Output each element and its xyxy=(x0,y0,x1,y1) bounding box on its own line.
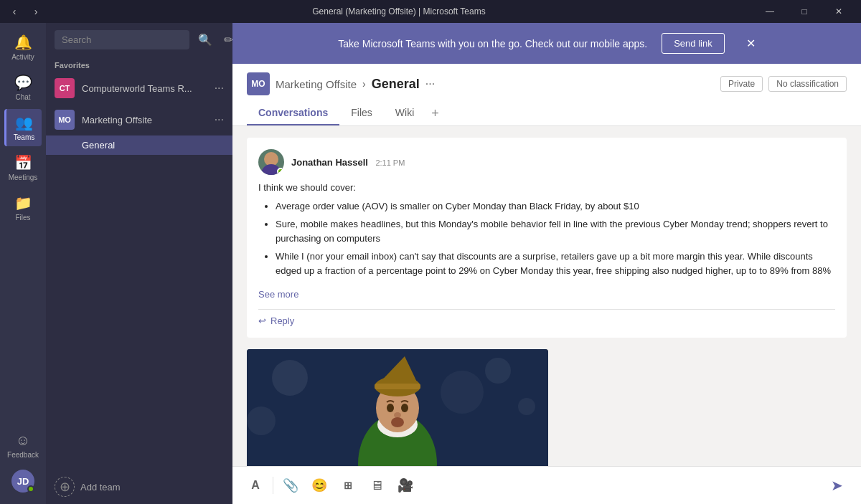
channel-team-name: Marketing Offsite xyxy=(276,78,357,90)
message-bullets: Average order value (AOV) is smaller on … xyxy=(258,199,835,278)
tab-wiki[interactable]: Wiki xyxy=(384,101,425,125)
nav-item-chat[interactable]: 💬 Chat xyxy=(4,69,42,106)
feedback-icon: ☺ xyxy=(16,432,30,449)
team-name-mo: Marketing Offsite xyxy=(82,115,207,125)
svg-point-7 xyxy=(247,406,276,435)
svg-rect-14 xyxy=(375,384,420,389)
message-time: 2:11 PM xyxy=(375,158,405,167)
back-button[interactable]: ‹ xyxy=(6,3,23,20)
message-body: I think we should cover: Average order v… xyxy=(258,181,835,277)
channel-team-avatar: MO xyxy=(247,72,270,95)
message-meta: Jonathan Hassell 2:11 PM xyxy=(291,156,405,168)
svg-point-5 xyxy=(485,358,511,384)
nav-item-meetings[interactable]: 📅 Meetings xyxy=(4,149,42,186)
tab-files[interactable]: Files xyxy=(339,101,384,125)
format-button[interactable]: A xyxy=(244,474,267,497)
meme-card: YOU SIT ON A THRONE OF LIES. xyxy=(247,349,847,466)
sticker-button[interactable]: 🖥 xyxy=(365,474,388,497)
reply-button[interactable]: ↩ Reply xyxy=(258,309,835,326)
user-avatar[interactable]: JD xyxy=(11,470,34,493)
banner-text: Take Microsoft Teams with you on the go.… xyxy=(338,38,647,49)
svg-point-15 xyxy=(387,404,394,412)
giphy-button[interactable]: ⊞ xyxy=(337,474,359,497)
channel-tabs: Conversations Files Wiki + xyxy=(247,101,847,125)
message-avatar xyxy=(258,149,284,175)
nav-item-activity[interactable]: 🔔 Activity xyxy=(4,29,42,66)
attach-button[interactable]: 📎 xyxy=(279,474,302,497)
messages-area: Jonathan Hassell 2:11 PM I think we shou… xyxy=(232,126,861,466)
channel-item-general[interactable]: General xyxy=(46,135,232,155)
avatar-initials: JD xyxy=(17,476,29,487)
message-intro: I think we should cover: xyxy=(258,181,835,195)
window-controls: — □ ✕ xyxy=(753,0,855,23)
channel-more-button[interactable]: ··· xyxy=(425,77,435,90)
channel-header-top: MO Marketing Offsite › General ··· Priva… xyxy=(247,72,847,95)
search-input[interactable] xyxy=(55,30,189,49)
team-avatar-ct: CT xyxy=(55,78,75,98)
meetings-icon: 📅 xyxy=(14,154,32,171)
svg-point-16 xyxy=(401,404,408,412)
team-more-mo[interactable]: ··· xyxy=(215,113,224,126)
app-body: 🔔 Activity 💬 Chat 👥 Teams 📅 Meetings 📁 F… xyxy=(0,23,861,504)
feedback-label: Feedback xyxy=(7,451,39,459)
bullet-2: Sure, mobile makes headlines, but this M… xyxy=(276,217,835,245)
compose-divider xyxy=(273,477,273,494)
chat-label: Chat xyxy=(15,93,30,101)
add-team-label: Add team xyxy=(80,482,121,493)
search-container: 🔍 ✏ xyxy=(46,23,232,57)
send-link-button[interactable]: Send link xyxy=(662,33,724,54)
window-title: General (Marketing Offsite) | Microsoft … xyxy=(44,6,753,16)
team-item-mo[interactable]: MO Marketing Offsite ··· xyxy=(46,104,232,135)
team-item-ct[interactable]: CT Computerworld Teams R... ··· xyxy=(46,72,232,104)
nav-item-files[interactable]: 📁 Files xyxy=(4,189,42,227)
breadcrumb: MO Marketing Offsite › General ··· xyxy=(247,72,435,95)
see-more-link[interactable]: See more xyxy=(258,289,298,300)
nav-item-teams[interactable]: 👥 Teams xyxy=(4,109,42,146)
send-icon: ➤ xyxy=(831,477,843,494)
forward-button[interactable]: › xyxy=(27,3,44,20)
close-button[interactable]: ✕ xyxy=(822,0,855,23)
message-card: Jonathan Hassell 2:11 PM I think we shou… xyxy=(247,138,847,338)
compose-tools: A 📎 😊 ⊞ 🖥 🎥 xyxy=(244,474,417,497)
svg-point-4 xyxy=(272,360,308,396)
meetings-label: Meetings xyxy=(9,173,38,181)
search-icon-btn[interactable]: 🔍 xyxy=(195,30,215,49)
svg-point-18 xyxy=(391,417,404,427)
reply-label: Reply xyxy=(270,315,294,326)
activity-icon: 🔔 xyxy=(14,34,32,51)
channel-name: General xyxy=(372,77,420,92)
video-button[interactable]: 🎥 xyxy=(394,474,417,497)
title-bar: ‹ › General (Marketing Offsite) | Micros… xyxy=(0,0,861,23)
message-header: Jonathan Hassell 2:11 PM xyxy=(258,149,835,175)
badge-private[interactable]: Private xyxy=(720,76,763,92)
team-more-ct[interactable]: ··· xyxy=(215,82,224,95)
meme-bg-svg xyxy=(247,349,548,466)
chat-icon: 💬 xyxy=(14,74,32,91)
sidebar-spacer xyxy=(46,155,232,470)
compose-bar: A 📎 😊 ⊞ 🖥 🎥 ➤ xyxy=(232,466,861,504)
emoji-button[interactable]: 😊 xyxy=(308,474,331,497)
main-content: Take Microsoft Teams with you on the go.… xyxy=(232,23,861,504)
teams-label: Teams xyxy=(14,133,34,141)
left-nav: 🔔 Activity 💬 Chat 👥 Teams 📅 Meetings 📁 F… xyxy=(0,23,46,504)
activity-label: Activity xyxy=(11,53,34,61)
channel-badges: Private No classification xyxy=(720,76,847,92)
sidebar: 🔍 ✏ Favorites CT Computerworld Teams R..… xyxy=(46,23,232,504)
breadcrumb-arrow: › xyxy=(362,78,366,90)
meme-image: YOU SIT ON A THRONE OF LIES. xyxy=(247,349,548,466)
nav-item-feedback[interactable]: ☺ Feedback xyxy=(4,427,42,464)
maximize-button[interactable]: □ xyxy=(788,0,821,23)
add-tab-button[interactable]: + xyxy=(425,103,445,124)
badge-classification[interactable]: No classification xyxy=(768,76,847,92)
minimize-button[interactable]: — xyxy=(753,0,786,23)
send-button[interactable]: ➤ xyxy=(824,472,850,498)
message-sender: Jonathan Hassell xyxy=(291,157,368,168)
bullet-3: While I (nor your email inbox) can't say… xyxy=(276,249,835,277)
add-team-icon: ⊕ xyxy=(55,477,75,497)
tab-conversations[interactable]: Conversations xyxy=(247,101,339,125)
team-name-ct: Computerworld Teams R... xyxy=(82,83,207,94)
add-team-button[interactable]: ⊕ Add team xyxy=(46,470,232,504)
team-avatar-mo: MO xyxy=(55,110,75,130)
banner-close-button[interactable]: ✕ xyxy=(746,37,756,50)
banner: Take Microsoft Teams with you on the go.… xyxy=(232,23,861,64)
